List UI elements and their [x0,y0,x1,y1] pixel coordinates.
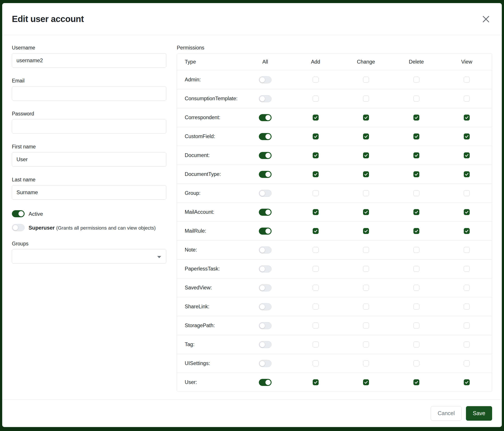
perm-delete-checkbox[interactable] [414,285,419,291]
perm-change-checkbox[interactable] [363,171,369,177]
perm-delete-checkbox[interactable] [414,304,419,310]
perm-delete-checkbox[interactable] [414,96,419,102]
perm-change-checkbox[interactable] [363,190,369,196]
perm-change-checkbox[interactable] [363,304,369,310]
perm-view-checkbox[interactable] [464,304,470,310]
perm-add-checkbox[interactable] [313,96,319,102]
perm-change-checkbox[interactable] [363,247,369,253]
perm-add-checkbox[interactable] [313,190,319,196]
perm-change-checkbox[interactable] [363,228,369,234]
perm-add-checkbox[interactable] [313,115,319,120]
perm-view-checkbox[interactable] [464,228,470,234]
perm-delete-checkbox[interactable] [414,323,419,329]
perm-add-checkbox[interactable] [313,341,319,347]
perm-view-checkbox[interactable] [464,153,470,158]
perm-all-toggle[interactable] [259,265,271,272]
perm-all-toggle[interactable] [259,379,271,386]
first-name-input[interactable] [12,152,166,167]
perm-delete-checkbox[interactable] [414,209,419,215]
perm-row: Tag: [177,335,492,354]
perm-all-toggle[interactable] [259,303,271,310]
perm-type-label: MailAccount: [177,209,240,215]
perm-all-toggle[interactable] [259,284,271,291]
perm-change-checkbox[interactable] [363,285,369,291]
perm-view-checkbox[interactable] [464,285,470,291]
toggle-knob [260,77,265,83]
perm-delete-checkbox[interactable] [414,228,419,234]
perm-add-checkbox[interactable] [313,266,319,272]
perm-add-checkbox[interactable] [313,304,319,310]
username-input[interactable] [12,53,166,68]
perm-all-toggle[interactable] [259,76,271,83]
perm-delete-checkbox[interactable] [414,341,419,347]
groups-select[interactable] [12,249,166,264]
perm-all-toggle[interactable] [259,95,271,102]
perm-all-toggle[interactable] [259,228,271,235]
perm-view-checkbox[interactable] [464,77,470,83]
perm-add-checkbox[interactable] [313,153,319,158]
perm-all-toggle[interactable] [259,171,271,178]
perm-all-toggle[interactable] [259,152,271,159]
perm-change-checkbox[interactable] [363,209,369,215]
perm-add-checkbox[interactable] [313,171,319,177]
perm-change-checkbox[interactable] [363,77,369,83]
perm-delete-checkbox[interactable] [414,115,419,120]
perm-delete-checkbox[interactable] [414,360,419,366]
perm-all-toggle[interactable] [259,209,271,216]
perm-delete-checkbox[interactable] [414,190,419,196]
perm-change-checkbox[interactable] [363,96,369,102]
perm-view-checkbox[interactable] [464,379,470,385]
perm-view-checkbox[interactable] [464,341,470,347]
perm-add-checkbox[interactable] [313,209,319,215]
perm-delete-checkbox[interactable] [414,266,419,272]
perm-view-checkbox[interactable] [464,134,470,139]
perm-change-checkbox[interactable] [363,379,369,385]
perm-add-checkbox[interactable] [313,228,319,234]
perm-delete-checkbox[interactable] [414,247,419,253]
perm-add-checkbox[interactable] [313,360,319,366]
perm-add-checkbox[interactable] [313,285,319,291]
password-input[interactable] [12,119,166,134]
perm-all-toggle[interactable] [259,322,271,329]
last-name-input[interactable] [12,185,166,200]
perm-view-checkbox[interactable] [464,323,470,329]
perm-change-checkbox[interactable] [363,266,369,272]
perm-add-checkbox[interactable] [313,134,319,139]
perm-view-checkbox[interactable] [464,190,470,196]
superuser-toggle-row: Superuser (Grants all permissions and ca… [12,224,166,232]
perm-delete-checkbox[interactable] [414,379,419,385]
perm-delete-checkbox[interactable] [414,134,419,139]
perm-all-toggle[interactable] [259,133,271,140]
perm-all-toggle[interactable] [259,246,271,253]
perm-add-checkbox[interactable] [313,379,319,385]
perm-view-checkbox[interactable] [464,171,470,177]
perm-delete-checkbox[interactable] [414,77,419,83]
close-icon[interactable] [480,13,492,25]
perm-change-checkbox[interactable] [363,341,369,347]
perm-view-checkbox[interactable] [464,96,470,102]
active-toggle[interactable] [12,210,25,217]
perm-change-checkbox[interactable] [363,323,369,329]
perm-all-toggle[interactable] [259,114,271,121]
perm-change-checkbox[interactable] [363,153,369,158]
email-input[interactable] [12,86,166,101]
perm-delete-checkbox[interactable] [414,153,419,158]
perm-change-checkbox[interactable] [363,115,369,120]
perm-view-checkbox[interactable] [464,247,470,253]
perm-view-checkbox[interactable] [464,115,470,120]
perm-view-checkbox[interactable] [464,266,470,272]
perm-view-checkbox[interactable] [464,360,470,366]
perm-all-toggle[interactable] [259,360,271,367]
perm-change-checkbox[interactable] [363,360,369,366]
perm-add-checkbox[interactable] [313,247,319,253]
perm-view-checkbox[interactable] [464,209,470,215]
perm-add-checkbox[interactable] [313,77,319,83]
perm-delete-checkbox[interactable] [414,171,419,177]
perm-change-checkbox[interactable] [363,134,369,139]
cancel-button[interactable]: Cancel [431,406,462,421]
superuser-toggle[interactable] [12,224,25,231]
perm-all-toggle[interactable] [259,190,271,197]
perm-all-toggle[interactable] [259,341,271,348]
save-button[interactable]: Save [466,406,492,421]
perm-add-checkbox[interactable] [313,323,319,329]
